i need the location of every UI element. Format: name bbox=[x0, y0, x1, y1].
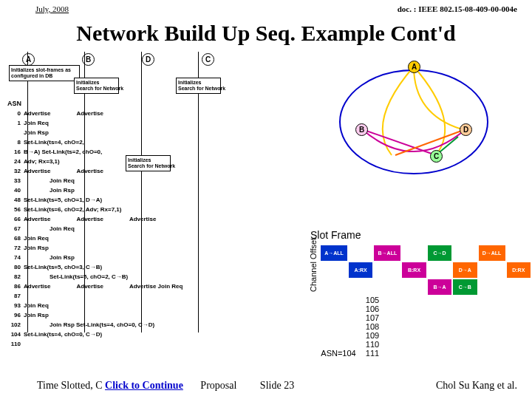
init-c-box: Initializes Search for Network bbox=[176, 78, 221, 94]
slotframe-grid: A→ALLB→ALLC→DD→ALLA:RXB:RXD→AD:RXB→AC→B bbox=[319, 244, 532, 296]
node-d: D bbox=[142, 53, 154, 66]
init-a-box: Initializes slot-frames as configured in… bbox=[9, 65, 80, 81]
diagram-node-b: B bbox=[355, 123, 368, 136]
footer: Time Slotted, C Click to Continue Propos… bbox=[37, 380, 517, 392]
lifeline-c bbox=[198, 52, 199, 332]
click-to-continue-link[interactable]: Click to Continue bbox=[105, 380, 183, 391]
diagram-node-c: C bbox=[430, 150, 443, 163]
footer-left: Time Slotted, C bbox=[37, 380, 103, 391]
init-b-box: Initializes Search for Network bbox=[74, 78, 119, 94]
page-title: Network Build Up Seq. Example Cont'd bbox=[0, 21, 532, 46]
author: Chol Su Kang et al. bbox=[436, 380, 517, 392]
date-label: July, 2008 bbox=[35, 4, 69, 13]
footer-proposal: Proposal bbox=[200, 380, 236, 391]
node-row: A B D C bbox=[22, 52, 259, 66]
diagram-node-a: A bbox=[408, 61, 420, 73]
sequence-table: 0AdvertiseAdvertise1Join ReqJoin Rsp8Set… bbox=[6, 111, 183, 351]
asn-start: ASN=104 bbox=[319, 349, 358, 358]
slotframe-label: Slot Frame bbox=[310, 229, 361, 241]
doc-id: doc. : IEEE 802.15-08-409-00-004e bbox=[398, 4, 517, 13]
svg-point-0 bbox=[340, 70, 488, 174]
topology-diagram: A B D C bbox=[329, 55, 499, 181]
asn-label: ASN bbox=[7, 100, 21, 107]
channel-offset-label: Channel Offset bbox=[309, 238, 318, 292]
diagram-node-d: D bbox=[460, 123, 472, 136]
asn-row: ASN=104105106107108109110111 bbox=[319, 296, 387, 358]
node-a: A bbox=[22, 53, 35, 66]
node-c: C bbox=[202, 53, 214, 66]
slide-number: Slide 23 bbox=[260, 380, 294, 392]
